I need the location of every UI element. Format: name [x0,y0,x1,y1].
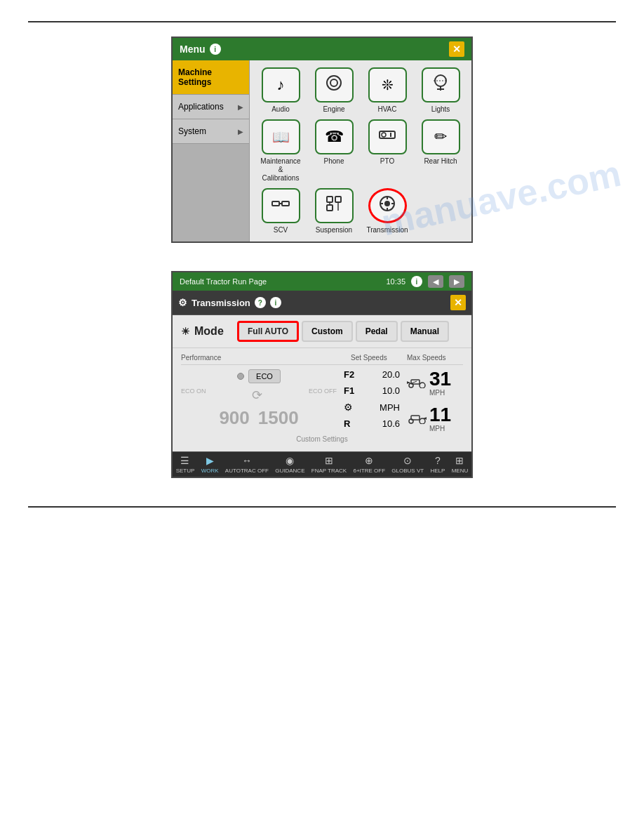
menu-item-transmission[interactable]: Transmission [363,188,411,234]
speed-r-gear: R [344,418,350,429]
help-label: HELP [430,468,445,474]
menu-info-icon[interactable]: i [210,44,221,55]
menu-body: Machine Settings Applications ▶ System ▶ [173,60,471,241]
pto-icon [377,124,398,150]
lights-icon-box [422,67,460,102]
svg-point-7 [382,133,386,137]
menu-item-maintenance[interactable]: 📖 Maintenance&Calibrations [257,119,304,183]
eco-on-off-labels: ECO ON ⟳ ECO OFF [181,388,337,403]
speed-f2: F2 20.0 [344,369,400,380]
trans-gear-icon: ⚙ [178,297,187,308]
custom-settings: Custom Settings [181,432,463,446]
applications-arrow-icon: ▶ [238,103,243,111]
menu-item-audio[interactable]: ♪ Audio [257,67,304,114]
bottom-rule [28,506,616,508]
itre-label: 6+ITRE OFF [353,468,385,474]
menu-close-button[interactable]: ✕ [449,41,464,57]
engine-label: Engine [323,105,344,114]
mode-tab-custom[interactable]: Custom [302,321,353,342]
data-section: Performance Set Speeds Max Speeds ECO EC… [173,348,471,451]
transmission-icon [377,194,397,218]
eco-off-label: ECO OFF [309,388,337,403]
speed-mph-row: ⚙ MPH [344,402,400,413]
menu-item-scv[interactable]: SCV [257,188,304,234]
pto-label: PTO [380,157,394,166]
mode-sun-icon: ☀ [181,326,190,337]
main-data-content: ECO ECO ON ⟳ ECO OFF 900 1500 [181,369,463,432]
scv-icon-box [262,188,300,223]
toolbar-itre[interactable]: ⊕ 6+ITRE OFF [353,455,385,474]
fnap-icon: ⊞ [325,455,333,466]
rpm-values: 900 1500 [219,407,298,429]
tractor-time: 10:35 [386,277,405,286]
menu-header: Menu i ✕ [173,38,471,60]
transmission-panel: Default Tractor Run Page 10:35 i ◀ ▶ ⚙ T… [171,271,473,478]
work-icon: ▶ [206,455,214,466]
eco-indicator [237,373,244,380]
svg-rect-12 [327,197,333,202]
scv-icon [270,193,291,218]
eco-on-label: ECO ON [181,388,206,403]
toolbar-fnap[interactable]: ⊞ FNAP TRACK [311,455,347,474]
speed-f1: F1 10.0 [344,385,400,396]
help-icon: ? [435,455,441,466]
max-speed-reverse-unit: MPH [429,425,451,432]
trans-info-icon2[interactable]: i [270,297,281,308]
mode-tab-manual[interactable]: Manual [401,321,449,342]
trans-subheader: ⚙ Transmission ? i ✕ [173,291,471,315]
eco-control-row: ECO [237,369,281,383]
svg-point-1 [330,79,337,86]
menu-item-pto[interactable]: PTO [363,119,411,183]
svg-point-30 [420,418,425,424]
max-speeds-column: 31 MPH [407,369,463,432]
hvac-icon: ❊ [382,77,394,93]
phone-icon-box: ☎ [315,119,354,154]
menu-item-suspension[interactable]: Suspension [310,188,358,234]
menu-label: MENU [452,468,469,474]
menu-item-engine[interactable]: Engine [310,67,358,114]
col-performance: Performance [181,354,351,362]
globus-label: GLOBUS VT [391,468,424,474]
menu-content: ♪ Audio [250,60,471,241]
mode-tab-full-auto[interactable]: Full AUTO [237,321,299,342]
tractor-reverse-icon [407,411,427,427]
nav-back-button[interactable]: ◀ [428,275,443,288]
toolbar-menu[interactable]: ⊞ MENU [452,455,469,474]
svg-rect-10 [282,201,289,206]
mode-tab-pedal[interactable]: Pedal [356,321,398,342]
menu-title: Menu [180,44,206,55]
toolbar-globus[interactable]: ⊙ GLOBUS VT [391,455,424,474]
svg-rect-13 [335,197,341,202]
sidebar-item-machine-settings[interactable]: Machine Settings [173,60,249,95]
rear-hitch-icon-box: ✏ [422,119,460,154]
autotrac-label: AUTOTRAC OFF [225,468,269,474]
toolbar-work[interactable]: ▶ WORK [201,455,219,474]
sidebar-item-system[interactable]: System ▶ [173,119,249,144]
toolbar-help[interactable]: ? HELP [430,455,445,474]
menu-item-phone[interactable]: ☎ Phone [310,119,358,183]
maintenance-icon-box: 📖 [262,119,300,154]
svg-point-18 [384,201,390,206]
mode-label: ☀ Mode [181,325,230,338]
menu-item-lights[interactable]: Lights [417,67,464,114]
menu-item-rear-hitch[interactable]: ✏ Rear Hitch [417,119,464,183]
trans-info-icon1[interactable]: ? [255,297,266,308]
nav-forward-button[interactable]: ▶ [449,275,464,288]
toolbar-guidance[interactable]: ◉ GUIDANCE [275,455,304,474]
toolbar-autotrac[interactable]: ↔ AUTOTRAC OFF [225,455,269,474]
sidebar-label-system: System [178,126,206,136]
rpm-high: 1500 [258,407,299,429]
trans-close-button[interactable]: ✕ [450,295,466,310]
top-rule [28,21,616,22]
menu-item-hvac[interactable]: ❊ HVAC [363,67,411,114]
speed-f1-val: 10.0 [382,385,400,396]
eco-button[interactable]: ECO [248,369,281,383]
sidebar-item-applications[interactable]: Applications ▶ [173,95,249,119]
toolbar-setup[interactable]: ☰ SETUP [176,455,195,474]
sidebar-label-applications: Applications [178,102,224,112]
mode-text: Mode [194,325,224,338]
sidebar-label-machine-settings: Machine Settings [178,67,243,87]
lights-label: Lights [431,105,450,114]
tractor-info-icon[interactable]: i [411,276,422,287]
speed-r-val: 10.6 [382,418,400,429]
